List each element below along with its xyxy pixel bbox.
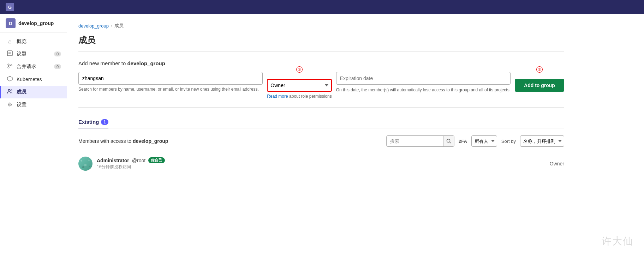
svg-point-10 — [447, 139, 450, 142]
sort-select[interactable]: 名称，升序排列 名称，降序排列 最近登录 — [520, 135, 564, 147]
member-info: Administrator @root 你自己 16分钟前授权访问 — [97, 157, 165, 170]
sidebar-label-members: 成员 — [17, 89, 26, 95]
members-icon — [7, 89, 13, 96]
kubernetes-icon — [7, 76, 13, 83]
sortby-label: Sort by — [501, 139, 516, 144]
svg-point-8 — [8, 90, 10, 91]
add-member-title: Add new member to develop_group — [78, 60, 564, 66]
sidebar-label-settings: 设置 — [17, 102, 26, 108]
logo-icon: G — [6, 3, 14, 11]
member-left: Administrator @root 你自己 16分钟前授权访问 — [78, 157, 165, 171]
filter-select[interactable]: 所有人 有2FA 无2FA — [471, 135, 497, 147]
sidebar-label-kubernetes: Kubernetes — [17, 77, 42, 82]
members-header-text: Members with access to develop_group — [78, 138, 168, 144]
expiry-hint: On this date, the member(s) will automat… — [336, 87, 511, 93]
members-header-controls: 2FA 所有人 有2FA 无2FA Sort by 名称，升序排列 名称，降序排… — [386, 135, 564, 147]
mr-badge: 0 — [54, 64, 61, 69]
add-btn-wrap: ② Add to group — [515, 72, 564, 92]
role-number: ① — [296, 66, 303, 73]
issues-badge: 0 — [54, 51, 61, 56]
section-divider — [78, 107, 564, 108]
tab-existing[interactable]: Existing 1 — [78, 116, 108, 128]
sidebar-item-overview[interactable]: ⌂ 概览 — [0, 36, 67, 48]
sidebar: D develop_group ⌂ 概览 议题 0 — [0, 14, 67, 255]
group-avatar: D — [6, 18, 16, 28]
members-header: Members with access to develop_group 2FA… — [78, 135, 564, 147]
add-to-group-button[interactable]: Add to group — [515, 79, 564, 92]
role-read-more: Read more about role permissions — [267, 94, 332, 99]
sidebar-label-overview: 概览 — [17, 38, 26, 45]
tab-existing-label: Existing — [78, 119, 99, 125]
member-username: @root — [132, 158, 145, 163]
sidebar-label-mr: 合并请求 — [17, 63, 36, 70]
tab-existing-count: 1 — [101, 119, 108, 125]
sidebar-item-issues[interactable]: 议题 0 — [0, 48, 67, 60]
svg-line-11 — [449, 142, 451, 144]
member-time: 16分钟前授权访问 — [97, 164, 165, 170]
issues-icon — [7, 50, 13, 57]
top-bar: G — [0, 0, 644, 14]
twofa-label: 2FA — [459, 139, 467, 144]
add-member-form: Search for members by name, username, or… — [78, 72, 564, 99]
expiry-wrap: On this date, the member(s) will automat… — [336, 72, 511, 93]
content-area: develop_group › 成员 成员 Add new member to … — [67, 14, 644, 255]
member-search-box — [386, 135, 454, 147]
add-btn-number: ② — [536, 66, 543, 73]
member-search-wrap: Search for members by name, username, or… — [78, 72, 263, 92]
add-member-prefix: Add new member to — [78, 60, 127, 66]
settings-icon: ⚙ — [7, 101, 13, 108]
table-row: Administrator @root 你自己 16分钟前授权访问 Owner — [78, 152, 564, 175]
breadcrumb-parent[interactable]: develop_group — [78, 23, 109, 29]
sidebar-nav: ⌂ 概览 议题 0 合并请求 — [0, 33, 67, 114]
sidebar-group-header[interactable]: D develop_group — [0, 14, 67, 33]
search-hint: Search for members by name, username, or… — [78, 87, 263, 92]
search-icon[interactable] — [443, 136, 454, 146]
read-more-link[interactable]: Read more — [267, 94, 288, 99]
merge-icon — [7, 63, 13, 70]
main-layout: D develop_group ⌂ 概览 议题 0 — [0, 14, 644, 255]
role-select[interactable]: Guest Reporter Developer Maintainer Owne… — [267, 79, 332, 92]
member-name-row: Administrator @root 你自己 — [97, 157, 165, 163]
members-header-group: develop_group — [133, 138, 168, 144]
members-header-prefix: Members with access to — [78, 138, 133, 144]
svg-point-4 — [8, 67, 9, 68]
breadcrumb-separator: › — [111, 23, 112, 29]
sidebar-item-kubernetes[interactable]: Kubernetes — [0, 73, 67, 86]
member-role: Owner — [550, 161, 564, 166]
member-filter-input[interactable] — [387, 136, 443, 146]
breadcrumb: develop_group › 成员 — [78, 20, 564, 35]
role-select-wrap: ① Guest Reporter Developer Maintainer Ow… — [267, 72, 332, 99]
member-search-input[interactable] — [78, 72, 263, 85]
group-name: develop_group — [18, 20, 54, 26]
svg-marker-7 — [7, 76, 12, 81]
tabs-row: Existing 1 — [78, 116, 564, 128]
page-title: 成员 — [78, 35, 564, 52]
avatar — [78, 157, 93, 171]
sidebar-item-members[interactable]: 成员 — [0, 86, 67, 98]
sidebar-label-issues: 议题 — [17, 51, 26, 57]
self-badge: 你自己 — [148, 157, 165, 163]
sidebar-item-settings[interactable]: ⚙ 设置 — [0, 98, 67, 111]
expiry-input[interactable] — [336, 72, 511, 85]
breadcrumb-current: 成员 — [114, 23, 124, 29]
add-member-group: develop_group — [127, 60, 165, 66]
svg-point-9 — [11, 90, 12, 91]
member-name: Administrator — [97, 158, 129, 163]
sidebar-item-mergerequests[interactable]: 合并请求 0 — [0, 60, 67, 73]
home-icon: ⌂ — [7, 38, 13, 45]
app-logo: G — [6, 3, 14, 11]
